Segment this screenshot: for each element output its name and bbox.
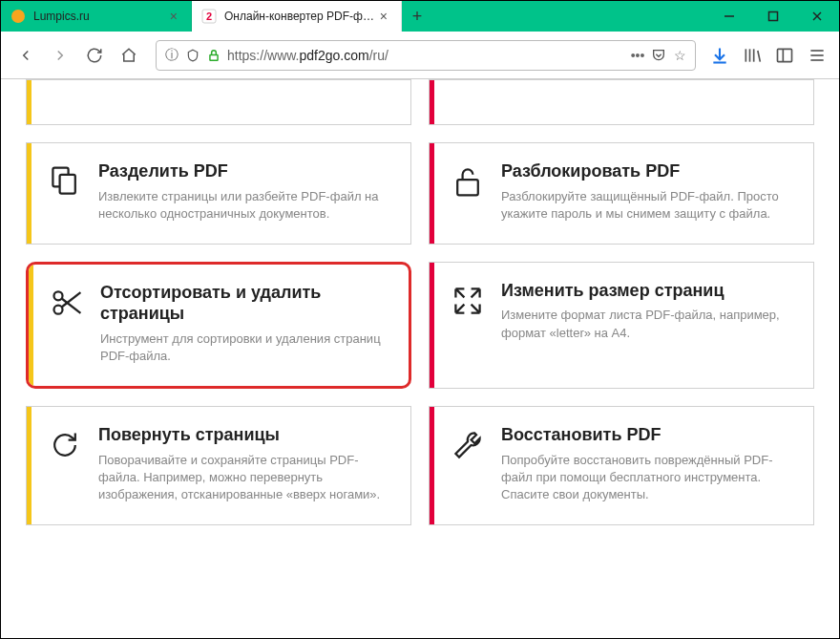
card-description: Разблокируйте защищённый PDF-файл. Прост… bbox=[501, 188, 796, 223]
window-controls bbox=[707, 1, 839, 32]
more-icon[interactable]: ••• bbox=[630, 48, 645, 63]
lock-icon[interactable] bbox=[206, 48, 221, 63]
window-titlebar: Lumpics.ru × 2 Онлайн-конвертер PDF-файл… bbox=[1, 1, 839, 32]
svg-point-0 bbox=[11, 10, 25, 23]
sidebar-icon[interactable] bbox=[772, 43, 797, 68]
scissors-icon bbox=[33, 265, 100, 386]
new-tab-button[interactable]: + bbox=[402, 1, 432, 32]
svg-rect-21 bbox=[457, 180, 478, 195]
card-title: Разблокировать PDF bbox=[501, 160, 796, 182]
close-button[interactable] bbox=[795, 1, 839, 32]
card-title: Отсортировать и удалить страницы bbox=[100, 282, 391, 325]
pocket-icon[interactable] bbox=[651, 48, 666, 63]
svg-text:2: 2 bbox=[206, 11, 212, 22]
card-description: Поворачивайте и сохраняйте страницы PDF-… bbox=[98, 452, 393, 504]
url-text: https://www.pdf2go.com/ru/ bbox=[227, 48, 624, 63]
library-icon[interactable] bbox=[740, 43, 765, 68]
url-bar[interactable]: ⓘ https://www.pdf2go.com/ru/ ••• ☆ bbox=[156, 40, 696, 71]
card-resize-pages[interactable]: Изменить размер страниц Измените формат … bbox=[429, 262, 814, 389]
card-stub[interactable] bbox=[26, 79, 411, 125]
card-stub[interactable] bbox=[429, 79, 814, 125]
browser-tab-active[interactable]: 2 Онлайн-конвертер PDF-файл × bbox=[192, 1, 402, 32]
info-icon[interactable]: ⓘ bbox=[164, 48, 179, 63]
browser-tab-inactive[interactable]: Lumpics.ru × bbox=[1, 1, 192, 32]
card-description: Инструмент для сортировки и удаления стр… bbox=[100, 330, 391, 365]
bookmark-icon[interactable]: ☆ bbox=[672, 48, 687, 63]
card-sort-delete-pages[interactable]: Отсортировать и удалить страницы Инструм… bbox=[26, 262, 411, 389]
home-button[interactable] bbox=[114, 40, 144, 71]
rotate-icon bbox=[32, 407, 98, 524]
svg-rect-20 bbox=[60, 175, 75, 194]
card-repair-pdf[interactable]: Восстановить PDF Попробуйте восстановить… bbox=[429, 406, 814, 525]
back-button[interactable] bbox=[10, 40, 41, 71]
svg-rect-14 bbox=[778, 49, 792, 61]
tab-close-icon[interactable]: × bbox=[166, 9, 181, 24]
arrows-expand-icon bbox=[434, 263, 501, 388]
card-title: Восстановить PDF bbox=[501, 424, 796, 446]
card-title: Повернуть страницы bbox=[98, 424, 393, 446]
card-description: Извлеките страницы или разбейте PDF-файл… bbox=[98, 188, 393, 223]
card-title: Изменить размер страниц bbox=[501, 280, 796, 302]
tab-title: Lumpics.ru bbox=[33, 10, 166, 23]
card-unlock-pdf[interactable]: Разблокировать PDF Разблокируйте защищён… bbox=[429, 142, 814, 245]
card-description: Измените формат листа PDF-файла, наприме… bbox=[501, 307, 796, 341]
svg-line-13 bbox=[758, 51, 761, 62]
card-rotate-pages[interactable]: Повернуть страницы Поворачивайте и сохра… bbox=[26, 406, 411, 525]
tab-close-icon[interactable]: × bbox=[376, 9, 391, 24]
minimize-button[interactable] bbox=[707, 1, 751, 32]
card-description: Попробуйте восстановить повреждённый PDF… bbox=[501, 452, 796, 504]
browser-navbar: ⓘ https://www.pdf2go.com/ru/ ••• ☆ bbox=[1, 32, 839, 79]
tab-title: Онлайн-конвертер PDF-файл bbox=[224, 10, 376, 23]
download-icon[interactable] bbox=[707, 43, 732, 68]
favicon-lumpics bbox=[10, 9, 26, 24]
favicon-pdf2go: 2 bbox=[201, 9, 217, 24]
unlock-icon bbox=[434, 143, 501, 244]
svg-point-23 bbox=[54, 306, 63, 314]
maximize-button[interactable] bbox=[751, 1, 795, 32]
svg-rect-4 bbox=[769, 12, 778, 21]
shield-icon[interactable] bbox=[185, 48, 200, 63]
reload-button[interactable] bbox=[79, 40, 110, 71]
copy-icon bbox=[32, 143, 98, 244]
card-split-pdf[interactable]: Разделить PDF Извлеките страницы или раз… bbox=[26, 142, 411, 245]
menu-icon[interactable] bbox=[805, 43, 830, 68]
page-content[interactable]: Разделить PDF Извлеките страницы или раз… bbox=[1, 79, 839, 638]
forward-button[interactable] bbox=[45, 40, 75, 71]
card-title: Разделить PDF bbox=[98, 160, 393, 182]
svg-rect-7 bbox=[210, 54, 218, 60]
wrench-icon bbox=[434, 407, 501, 524]
svg-point-22 bbox=[54, 291, 63, 300]
